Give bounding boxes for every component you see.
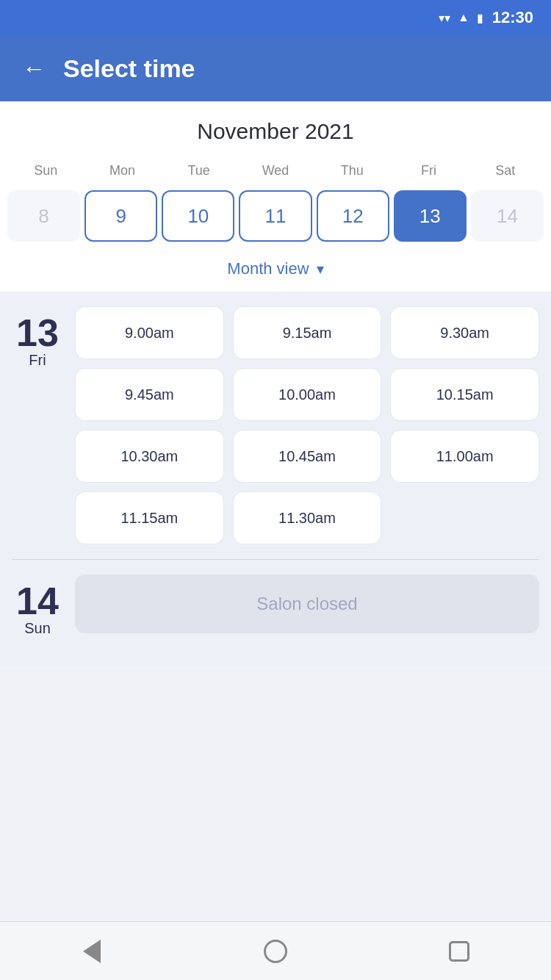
nav-home-button[interactable] [258, 934, 293, 969]
day-13[interactable]: 13 [394, 190, 467, 242]
home-nav-icon [264, 940, 287, 963]
day-11[interactable]: 11 [239, 190, 311, 242]
day-8[interactable]: 8 [7, 190, 80, 242]
slot-1045am[interactable]: 10.45am [233, 430, 382, 483]
wifi-icon: ▾▾ [439, 11, 450, 25]
status-icons: ▾▾ ▲ ▮ [439, 11, 483, 25]
battery-icon: ▮ [477, 11, 483, 25]
days-row: 8 9 10 11 12 13 14 [0, 183, 551, 249]
back-button[interactable]: ← [22, 55, 46, 82]
day-13-slots-grid: 9.00am 9.15am 9.30am 9.45am 10.00am 10.1… [75, 306, 539, 544]
day-14-number: 14 [16, 582, 59, 620]
header: ← Select time [0, 35, 551, 101]
month-view-label[interactable]: Month view [227, 259, 309, 278]
weekday-tue: Tue [161, 159, 237, 183]
nav-recent-button[interactable] [442, 934, 477, 969]
weekday-headers: Sun Mon Tue Wed Thu Fri Sat [0, 159, 551, 183]
slot-1030am[interactable]: 10.30am [75, 430, 224, 483]
back-nav-icon [83, 940, 101, 963]
day-14-block: 14 Sun Salon closed [12, 574, 539, 637]
slot-930am[interactable]: 9.30am [390, 306, 539, 359]
day-10[interactable]: 10 [162, 190, 234, 242]
chevron-down-icon: ▾ [317, 260, 324, 278]
weekday-sun: Sun [7, 159, 84, 183]
day-14-label: 14 Sun [12, 574, 63, 637]
day-12[interactable]: 12 [317, 190, 389, 242]
day-divider [12, 559, 539, 560]
slot-1130am[interactable]: 11.30am [233, 491, 382, 544]
weekday-wed: Wed [237, 159, 314, 183]
calendar-section: November 2021 Sun Mon Tue Wed Thu Fri Sa… [0, 101, 551, 292]
nav-back-button[interactable] [74, 934, 109, 969]
day-13-label: 13 Fri [12, 306, 63, 544]
slot-1115am[interactable]: 11.15am [75, 491, 224, 544]
recent-nav-icon [449, 941, 469, 962]
slot-915am[interactable]: 9.15am [233, 306, 382, 359]
day-13-number: 13 [16, 314, 59, 352]
day-14-name: Sun [24, 620, 51, 637]
weekday-sat: Sat [467, 159, 544, 183]
status-time: 12:30 [492, 8, 533, 27]
signal-icon: ▲ [458, 11, 469, 24]
slot-900am[interactable]: 9.00am [75, 306, 224, 359]
bottom-nav [0, 921, 551, 980]
weekday-mon: Mon [84, 159, 160, 183]
slot-1100am[interactable]: 11.00am [390, 430, 539, 483]
day-9[interactable]: 9 [84, 190, 157, 242]
month-view-toggle[interactable]: Month view ▾ [0, 249, 551, 292]
weekday-thu: Thu [314, 159, 390, 183]
day-13-block: 13 Fri 9.00am 9.15am 9.30am 9.45am 10.00… [12, 306, 539, 544]
weekday-fri: Fri [390, 159, 467, 183]
slot-945am[interactable]: 9.45am [75, 368, 224, 421]
status-bar: ▾▾ ▲ ▮ 12:30 [0, 0, 551, 35]
day-13-name: Fri [29, 352, 46, 369]
salon-closed-message: Salon closed [75, 574, 539, 633]
day-14[interactable]: 14 [471, 190, 544, 242]
slot-1000am[interactable]: 10.00am [233, 368, 382, 421]
month-year-title: November 2021 [0, 119, 551, 144]
slot-1015am[interactable]: 10.15am [390, 368, 539, 421]
page-title: Select time [63, 54, 195, 83]
time-section: 13 Fri 9.00am 9.15am 9.30am 9.45am 10.00… [0, 292, 551, 666]
